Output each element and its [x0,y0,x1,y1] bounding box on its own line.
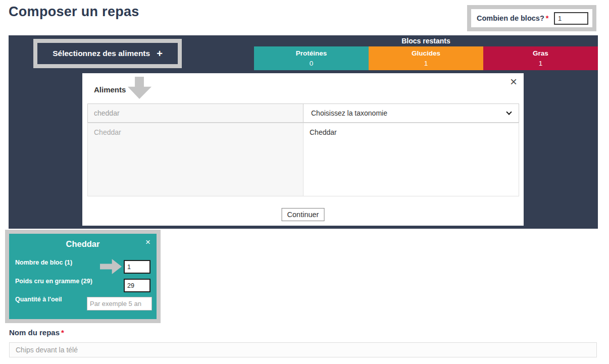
plus-icon: + [157,48,163,59]
bloc-gras-label: Gras [533,48,548,59]
chevron-down-icon [506,109,512,115]
down-arrow-icon [128,77,151,99]
eyeball-quantity-input[interactable] [87,297,152,310]
select-foods-highlight: Sélectionnez des aliments + [33,39,182,68]
bloc-count-label: Nombre de bloc (1) [15,259,72,266]
bloc-count-input[interactable] [124,260,150,274]
bloc-1: Glucides 1 [369,46,483,70]
bloc-proteines-value: 0 [310,59,314,69]
eyeball-quantity-label: Quantité à l'oeil [15,296,62,303]
select-foods-button[interactable]: Sélectionnez des aliments + [37,43,178,64]
aliments-modal-title: Aliments [94,85,126,94]
blocs-restants-title: Blocs restants [254,37,598,45]
blocs-question-box: Combien de blocs?* [467,5,596,31]
food-search-row: Choisissez la taxonomie [87,103,519,123]
taxonomy-select[interactable]: Choisissez la taxonomie [303,104,519,122]
food-card-title: Cheddar [9,239,157,249]
available-foods-list[interactable]: Cheddar [87,123,303,196]
raw-weight-label: Poids cru en gramme (29) [15,278,92,285]
blocs-count-input[interactable] [554,12,588,25]
meal-name-label: Nom du repas* [9,328,64,337]
bloc-glucides-label: Glucides [412,48,440,59]
page-title: Composer un repas [9,4,139,20]
required-asterisk: * [61,328,64,337]
close-icon[interactable]: × [510,76,517,88]
selected-foods-list[interactable]: Cheddar [303,123,519,196]
food-lists: Cheddar Cheddar [87,123,519,196]
food-search-input[interactable] [88,104,303,122]
meal-composer-panel: Sélectionnez des aliments + Blocs restan… [9,35,598,229]
food-card-highlight: Cheddar × Nombre de bloc (1) Poids cru e… [5,230,161,323]
meal-name-input[interactable] [9,342,597,357]
raw-weight-input[interactable] [124,279,150,292]
list-item[interactable]: Cheddar [94,128,297,136]
bloc-proteines-label: Protéines [296,48,327,59]
list-item[interactable]: Cheddar [310,128,513,136]
meal-name-text: Nom du repas [9,328,60,337]
select-foods-label: Sélectionnez des aliments [53,49,150,58]
food-card: Cheddar × Nombre de bloc (1) Poids cru e… [9,234,157,319]
close-icon[interactable]: × [145,238,150,246]
bloc-2: Gras 1 [483,46,598,70]
taxonomy-selected-value: Choisissez la taxonomie [311,109,387,117]
bloc-glucides-value: 1 [424,59,428,69]
blocs-question-text: Combien de blocs? [477,14,544,22]
aliments-modal: × Aliments Choisissez la taxonomie Chedd… [82,73,524,226]
blocs-question-label: Combien de blocs?* [477,14,548,22]
blocs-restants-row: Protéines 0 Glucides 1 Gras 1 [254,46,598,70]
continue-button[interactable]: Continuer [282,208,325,221]
right-arrow-icon [100,259,122,274]
bloc-0: Protéines 0 [254,46,369,70]
required-asterisk: * [546,14,549,22]
bloc-gras-value: 1 [539,59,543,69]
